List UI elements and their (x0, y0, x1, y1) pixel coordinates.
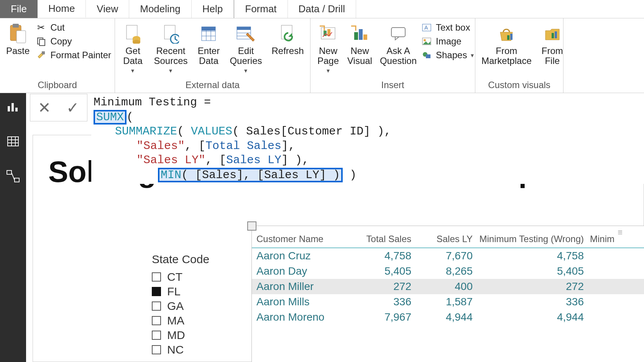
checkbox-icon[interactable] (152, 331, 161, 340)
table-header[interactable]: Minimum Testing (Wrong) (479, 234, 590, 244)
table-header[interactable]: Customer Name (256, 234, 356, 244)
format-painter-label: Format Painter (50, 50, 111, 61)
commit-formula-button[interactable]: ✓ (66, 99, 79, 116)
slicer-item[interactable]: FL (152, 285, 251, 298)
svg-rect-29 (391, 28, 405, 37)
get-data-button[interactable]: Get Data▾ (118, 21, 147, 76)
slicer-item[interactable]: MD (152, 329, 251, 342)
paste-button[interactable]: Paste (3, 21, 33, 57)
copy-button[interactable]: Copy (36, 36, 111, 47)
table-icon (6, 134, 20, 148)
from-file-icon (541, 22, 564, 45)
ribbon-group-custom-label: Custom visuals (478, 78, 560, 91)
image-button[interactable]: Image (421, 36, 474, 47)
new-page-label: New Page (317, 46, 339, 66)
checkbox-icon[interactable] (152, 301, 161, 311)
new-visual-button[interactable]: New Visual (344, 21, 375, 68)
checkbox-icon[interactable] (152, 287, 161, 296)
cell-ly: 4,944 (417, 311, 479, 323)
table-row[interactable]: Aaron Cruz4,7587,6704,758 (252, 248, 644, 264)
state-code-slicer[interactable]: State Code CTFLGAMAMDNC (152, 253, 251, 358)
tab-home[interactable]: Home (38, 0, 86, 18)
checkbox-icon[interactable] (152, 272, 161, 282)
edit-queries-label: Edit Queries (230, 46, 262, 66)
svg-rect-27 (359, 29, 363, 40)
table-row[interactable]: Aaron Moreno7,9674,9444,944 (252, 310, 644, 325)
format-painter-button[interactable]: Format Painter (36, 50, 111, 61)
ask-question-label: Ask A Question (380, 46, 417, 66)
refresh-button[interactable]: Refresh (268, 21, 307, 57)
copy-icon (36, 36, 46, 47)
table-visual[interactable]: ≡ Customer Name Total Sales Sales LY Min… (251, 226, 644, 362)
resize-handle-icon[interactable] (247, 221, 256, 231)
cell-minw: 4,944 (479, 311, 590, 323)
formula-text: VALUES (191, 125, 232, 138)
paste-icon (7, 22, 30, 45)
chevron-down-icon: ▾ (327, 67, 330, 74)
cell-ly: 7,670 (417, 250, 479, 262)
svg-rect-40 (8, 106, 10, 111)
checkbox-icon[interactable] (152, 316, 161, 325)
from-file-button[interactable]: From File (538, 21, 567, 68)
slicer-item-label: FL (167, 285, 181, 298)
table-row[interactable]: Aaron Day5,4058,2655,405 (252, 264, 644, 279)
from-marketplace-label: From Marketplace (481, 46, 532, 66)
cell-min (590, 311, 624, 323)
text-box-label: Text box (436, 22, 470, 33)
model-view-button[interactable] (5, 168, 21, 185)
tab-file[interactable]: File (0, 0, 38, 18)
edit-queries-icon (234, 22, 257, 45)
text-box-button[interactable]: A Text box (421, 22, 474, 33)
cell-min (590, 265, 624, 277)
tab-datadrill[interactable]: Data / Drill (288, 0, 356, 18)
table-row[interactable]: Aaron Mills3361,587336 (252, 294, 644, 310)
table-row[interactable]: Aaron Miller272400272 (252, 279, 644, 294)
cell-total: 4,758 (356, 250, 417, 262)
drag-grip-icon[interactable]: ≡ (618, 228, 624, 238)
tab-view[interactable]: View (86, 0, 129, 18)
edit-queries-button[interactable]: Edit Queries▾ (227, 21, 265, 76)
slicer-item-label: CT (167, 270, 182, 283)
slicer-item[interactable]: CT (152, 270, 251, 283)
cut-button[interactable]: ✂ Cut (36, 22, 111, 33)
report-view-button[interactable] (5, 98, 21, 115)
ribbon: Paste ✂ Cut Copy Format Painter (0, 18, 644, 93)
from-marketplace-button[interactable]: From Marketplace (478, 21, 535, 68)
svg-rect-37 (510, 34, 513, 40)
relationship-icon (6, 170, 20, 183)
image-icon (421, 36, 432, 47)
formula-text: Total Sales (205, 139, 281, 152)
data-view-button[interactable] (5, 133, 21, 150)
shapes-button[interactable]: Shapes ▾ (421, 50, 474, 61)
cell-ly: 8,265 (417, 265, 479, 277)
svg-rect-38 (552, 33, 554, 38)
enter-data-button[interactable]: Enter Data (194, 21, 223, 68)
tab-help[interactable]: Help (192, 0, 234, 18)
left-rail (0, 93, 26, 362)
cell-name: Aaron Miller (256, 280, 356, 293)
paste-label: Paste (6, 46, 30, 56)
ribbon-group-insert-label: Insert (314, 78, 472, 91)
recent-sources-button[interactable]: Recent Sources▾ (151, 21, 191, 76)
cancel-formula-button[interactable]: ✕ (38, 99, 51, 116)
chevron-down-icon: ▾ (471, 52, 474, 59)
refresh-label: Refresh (271, 46, 304, 56)
table-header[interactable]: Total Sales (356, 234, 417, 244)
tab-format[interactable]: Format (234, 0, 288, 18)
cell-name: Aaron Cruz (256, 250, 356, 262)
ask-question-button[interactable]: Ask A Question (377, 21, 420, 68)
formula-text: Sales LY (226, 154, 281, 167)
slicer-item-label: GA (167, 300, 184, 313)
ribbon-group-custom: From Marketplace From File Custom visual… (475, 18, 564, 93)
new-page-button[interactable]: New Page▾ (314, 21, 343, 76)
slicer-item[interactable]: MA (152, 314, 251, 327)
svg-rect-26 (354, 32, 358, 40)
slicer-item[interactable]: NC (152, 343, 251, 356)
formula-text: , (205, 154, 219, 167)
formula-editor[interactable]: Minimum Testing = SUMX( SUMMARIZE( VALUE… (91, 94, 644, 184)
checkbox-icon[interactable] (152, 345, 161, 354)
svg-text:A: A (424, 25, 428, 31)
tab-modeling[interactable]: Modeling (129, 0, 192, 18)
table-header[interactable]: Sales LY (417, 234, 479, 244)
slicer-item[interactable]: GA (152, 300, 251, 313)
